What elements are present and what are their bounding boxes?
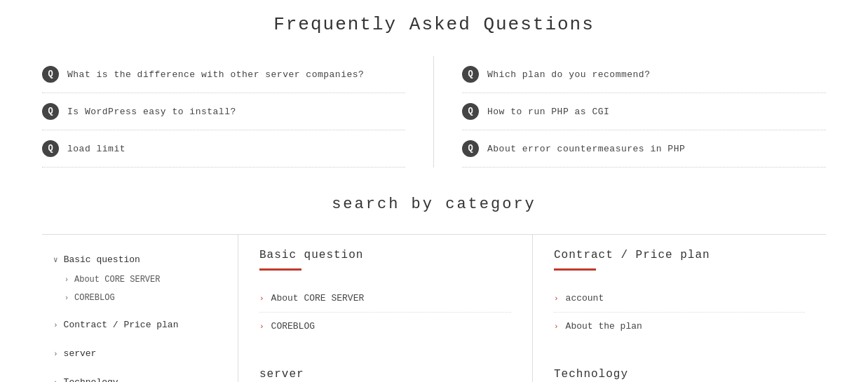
right-section: Contract / Price plan › account › About … (554, 249, 805, 340)
right-section-title: Contract / Price plan (554, 249, 805, 261)
faq-question-text: How to run PHP as CGI (487, 107, 609, 117)
sidebar-sub-item-about-core-server[interactable]: › About CORE SERVER (42, 271, 238, 289)
faq-item[interactable]: Q Which plan do you recommend? (462, 56, 826, 93)
faq-title: Frequently Asked Questions (42, 14, 826, 35)
sidebar-item-label: server (64, 348, 97, 359)
right-section-underline (554, 268, 596, 271)
sidebar-section: ∨ Basic question › About CORE SERVER › C… (42, 249, 238, 307)
faq-question-text: About error countermeasures in PHP (487, 144, 685, 154)
content-section-title: server (259, 368, 511, 381)
sidebar-chevron-icon: ∨ (53, 255, 58, 264)
content-link-chevron-icon: › (259, 294, 264, 303)
faq-item[interactable]: Q About error countermeasures in PHP (462, 130, 826, 168)
right-link-label: account (566, 293, 604, 303)
faq-question-text: Is WordPress easy to install? (67, 107, 236, 117)
content-link-chevron-icon: › (259, 322, 264, 331)
sidebar-sub-item-label: About CORE SERVER (74, 275, 160, 285)
faq-item[interactable]: Q Is WordPress easy to install? (42, 93, 405, 130)
right-section-title: Technology (554, 368, 805, 381)
faq-question-text: What is the difference with other server… (67, 69, 364, 80)
sidebar-sub-item-label: COREBLOG (74, 293, 115, 303)
sidebar-item-label: Basic question (64, 254, 140, 265)
faq-grid: Q What is the difference with other serv… (42, 56, 826, 168)
sidebar-chevron-icon: › (53, 350, 58, 358)
sidebar-chevron-icon: › (53, 321, 58, 329)
right-link-chevron-icon: › (554, 322, 559, 331)
q-icon: Q (42, 66, 59, 83)
sidebar-item-server[interactable]: › server (42, 343, 238, 364)
q-icon: Q (462, 66, 479, 83)
faq-item[interactable]: Q How to run PHP as CGI (462, 93, 826, 130)
content-link-about-core-server[interactable]: › About CORE SERVER (259, 285, 511, 313)
right-link-chevron-icon: › (554, 294, 559, 303)
sidebar-item-contract-/-price-plan[interactable]: › Contract / Price plan (42, 314, 238, 336)
faq-item[interactable]: Q load limit (42, 130, 405, 168)
content-link-label: COREBLOG (271, 321, 315, 332)
right-link-account[interactable]: › account (554, 285, 805, 313)
content-right-area: Contract / Price plan › account › About … (532, 235, 826, 382)
q-icon: Q (462, 140, 479, 157)
faq-right-column: Q Which plan do you recommend? Q How to … (434, 56, 826, 168)
content-left-area: Basic question › About CORE SERVER › COR… (238, 235, 532, 382)
sidebar-item-basic-question[interactable]: ∨ Basic question (42, 249, 238, 271)
faq-question-text: Which plan do you recommend? (487, 69, 650, 80)
q-icon: Q (42, 140, 59, 157)
sidebar-item-technology[interactable]: › Technology (42, 371, 238, 382)
q-icon: Q (42, 103, 59, 120)
category-title: search by category (42, 196, 826, 213)
content-section-underline (259, 268, 301, 271)
sidebar-chevron-icon: › (53, 378, 58, 383)
sidebar-sub-item-coreblog[interactable]: › COREBLOG (42, 289, 238, 307)
right-link-label: About the plan (566, 321, 642, 332)
content-section: Basic question › About CORE SERVER › COR… (259, 249, 511, 340)
sidebar-section: › server (42, 343, 238, 364)
content-link-coreblog[interactable]: › COREBLOG (259, 313, 511, 340)
right-section: Technology › program (554, 368, 805, 382)
content-section-title: Basic question (259, 249, 511, 261)
page-wrapper: Frequently Asked Questions Q What is the… (0, 0, 868, 382)
sidebar: ∨ Basic question › About CORE SERVER › C… (42, 235, 238, 382)
faq-item[interactable]: Q What is the difference with other serv… (42, 56, 405, 93)
sidebar-item-label: Contract / Price plan (64, 320, 179, 330)
sidebar-sub-chevron-icon: › (65, 276, 69, 284)
q-icon: Q (462, 103, 479, 120)
right-link-about-the-plan[interactable]: › About the plan (554, 313, 805, 340)
content-section: server › About specifications (259, 368, 511, 382)
sidebar-item-label: Technology (64, 377, 118, 382)
faq-left-column: Q What is the difference with other serv… (42, 56, 434, 168)
content-link-label: About CORE SERVER (271, 293, 365, 303)
sidebar-sub-chevron-icon: › (65, 294, 69, 302)
sidebar-section: › Contract / Price plan (42, 314, 238, 336)
faq-question-text: load limit (67, 144, 126, 154)
sidebar-section: › Technology (42, 371, 238, 382)
category-layout: ∨ Basic question › About CORE SERVER › C… (42, 234, 826, 382)
